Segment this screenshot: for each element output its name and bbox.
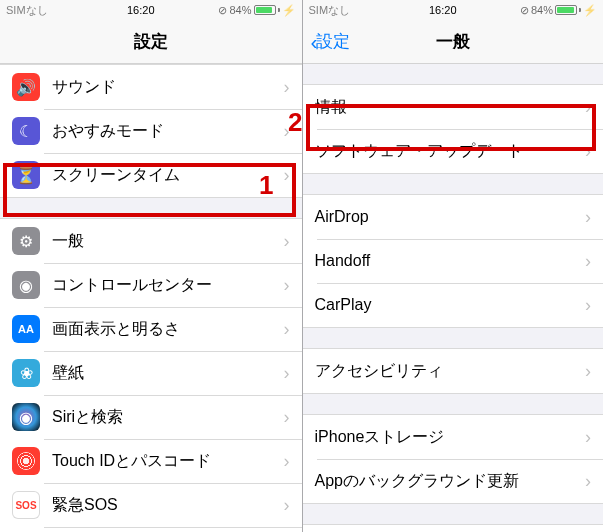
row-general[interactable]: ⚙ 一般 › xyxy=(0,219,302,263)
chevron-right-icon: › xyxy=(585,295,591,316)
row-label: おやすみモード xyxy=(52,121,284,142)
back-label: 設定 xyxy=(316,30,350,53)
battery-percent: 84% xyxy=(229,4,251,16)
row-iphone-storage[interactable]: iPhoneストレージ › xyxy=(303,415,604,459)
row-control-center[interactable]: ◉ コントロールセンター › xyxy=(0,263,302,307)
battery-icon xyxy=(555,5,581,15)
row-sos[interactable]: SOS 緊急SOS › xyxy=(0,483,302,527)
alarm-icon: ⊘ xyxy=(218,4,227,17)
row-label: CarPlay xyxy=(315,296,586,314)
row-wallpaper[interactable]: ❀ 壁紙 › xyxy=(0,351,302,395)
row-dnd[interactable]: ☾ おやすみモード › xyxy=(0,109,302,153)
row-display[interactable]: AA 画面表示と明るさ › xyxy=(0,307,302,351)
chevron-right-icon: › xyxy=(284,363,290,384)
chevron-right-icon: › xyxy=(585,97,591,118)
row-about[interactable]: 情報 › xyxy=(303,85,604,129)
status-right: ⊘ 84% ⚡ xyxy=(216,4,296,17)
chevron-right-icon: › xyxy=(284,495,290,516)
row-screentime[interactable]: ⏳ スクリーンタイム › xyxy=(0,153,302,197)
sim-status: SIMなし xyxy=(309,3,369,18)
dnd-icon: ☾ xyxy=(12,117,40,145)
row-label: AirDrop xyxy=(315,208,586,226)
callout-number-1: 1 xyxy=(259,170,273,201)
control-center-icon: ◉ xyxy=(12,271,40,299)
row-label: Handoff xyxy=(315,252,586,270)
settings-list[interactable]: 🔊 サウンド › ☾ おやすみモード › ⏳ スクリーンタイム › ⚙ 一般 › xyxy=(0,64,302,532)
chevron-right-icon: › xyxy=(585,361,591,382)
chevron-right-icon: › xyxy=(284,165,290,186)
row-label: Appのバックグラウンド更新 xyxy=(315,471,586,492)
charging-icon: ⚡ xyxy=(282,4,296,17)
status-bar: SIMなし 16:20 ⊘ 84% ⚡ xyxy=(0,0,302,20)
status-bar: SIMなし 16:20 ⊘ 84% ⚡ xyxy=(303,0,604,20)
row-handoff[interactable]: Handoff › xyxy=(303,239,604,283)
wallpaper-icon: ❀ xyxy=(12,359,40,387)
page-title: 設定 xyxy=(134,30,168,53)
back-button[interactable]: ‹ 設定 xyxy=(311,30,350,53)
nav-bar-settings: 設定 xyxy=(0,20,302,64)
row-touchid[interactable]: Touch IDとパスコード › xyxy=(0,439,302,483)
status-right: ⊘ 84% ⚡ xyxy=(517,4,597,17)
row-background-refresh[interactable]: Appのバックグラウンド更新 › xyxy=(303,459,604,503)
row-label: サウンド xyxy=(52,77,284,98)
row-software-update[interactable]: ソフトウェア・アップデート › xyxy=(303,129,604,173)
page-title: 一般 xyxy=(436,30,470,53)
row-label: 情報 xyxy=(315,97,586,118)
row-battery[interactable]: ▮ バッテリー › xyxy=(0,527,302,532)
row-date-time[interactable]: 日付と時刻 › xyxy=(303,525,604,532)
charging-icon: ⚡ xyxy=(583,4,597,17)
chevron-right-icon: › xyxy=(284,231,290,252)
sim-status: SIMなし xyxy=(6,3,66,18)
general-icon: ⚙ xyxy=(12,227,40,255)
battery-icon xyxy=(254,5,280,15)
row-sound[interactable]: 🔊 サウンド › xyxy=(0,65,302,109)
row-label: iPhoneストレージ xyxy=(315,427,586,448)
chevron-right-icon: › xyxy=(585,141,591,162)
row-label: 壁紙 xyxy=(52,363,284,384)
general-list[interactable]: 情報 › ソフトウェア・アップデート › AirDrop › Handoff ›… xyxy=(303,84,604,532)
chevron-right-icon: › xyxy=(284,275,290,296)
left-screen: SIMなし 16:20 ⊘ 84% ⚡ 設定 🔊 サウンド › ☾ おやすみモー… xyxy=(0,0,302,532)
screentime-icon: ⏳ xyxy=(12,161,40,189)
row-label: 画面表示と明るさ xyxy=(52,319,284,340)
siri-icon: ◉ xyxy=(12,403,40,431)
callout-number-2: 2 xyxy=(288,107,302,138)
row-accessibility[interactable]: アクセシビリティ › xyxy=(303,349,604,393)
chevron-right-icon: › xyxy=(284,319,290,340)
right-screen: SIMなし 16:20 ⊘ 84% ⚡ ‹ 設定 一般 情報 › ソフトウェア・… xyxy=(302,0,604,532)
chevron-right-icon: › xyxy=(585,207,591,228)
row-label: 緊急SOS xyxy=(52,495,284,516)
display-icon: AA xyxy=(12,315,40,343)
row-label: ソフトウェア・アップデート xyxy=(315,141,586,162)
chevron-right-icon: › xyxy=(585,427,591,448)
chevron-right-icon: › xyxy=(585,251,591,272)
row-label: Siriと検索 xyxy=(52,407,284,428)
chevron-right-icon: › xyxy=(284,407,290,428)
chevron-right-icon: › xyxy=(284,77,290,98)
row-label: スクリーンタイム xyxy=(52,165,284,186)
nav-bar-general: ‹ 設定 一般 xyxy=(303,20,604,64)
row-label: アクセシビリティ xyxy=(315,361,586,382)
row-carplay[interactable]: CarPlay › xyxy=(303,283,604,327)
row-label: Touch IDとパスコード xyxy=(52,451,284,472)
sound-icon: 🔊 xyxy=(12,73,40,101)
row-label: コントロールセンター xyxy=(52,275,284,296)
row-label: 一般 xyxy=(52,231,284,252)
row-siri[interactable]: ◉ Siriと検索 › xyxy=(0,395,302,439)
battery-percent: 84% xyxy=(531,4,553,16)
clock: 16:20 xyxy=(369,4,518,16)
sos-icon: SOS xyxy=(12,491,40,519)
chevron-right-icon: › xyxy=(284,451,290,472)
chevron-right-icon: › xyxy=(585,471,591,492)
alarm-icon: ⊘ xyxy=(520,4,529,17)
row-airdrop[interactable]: AirDrop › xyxy=(303,195,604,239)
touchid-icon xyxy=(12,447,40,475)
clock: 16:20 xyxy=(66,4,216,16)
